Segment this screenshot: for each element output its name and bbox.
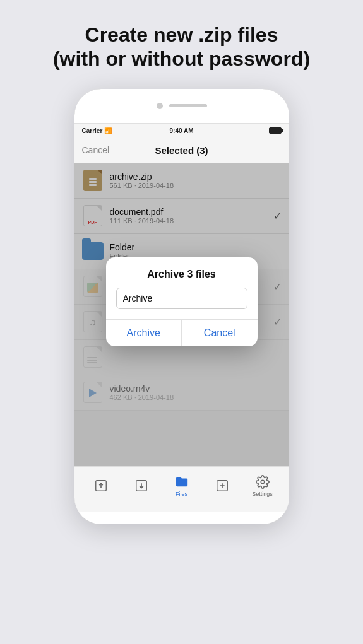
cancel-button[interactable]: Cancel (182, 320, 258, 346)
files-icon (174, 474, 189, 489)
phone-top-bezel (74, 89, 289, 123)
tab-upload[interactable] (81, 478, 121, 493)
add-icon (215, 478, 230, 493)
dialog-title: Archive 3 files (106, 257, 258, 288)
archive-name-input[interactable] (116, 288, 247, 309)
tab-bar: Files Settings (74, 466, 289, 512)
battery-icon (269, 127, 282, 134)
wifi-icon: 📶 (104, 127, 112, 134)
status-bar: Carrier 📶 9:40 AM (74, 123, 289, 138)
dialog-buttons: Archive Cancel (106, 319, 258, 346)
nav-bar: Cancel Selected (3) (74, 138, 289, 163)
status-time: 9:40 AM (170, 127, 194, 134)
settings-icon (255, 474, 270, 489)
tab-download[interactable] (121, 478, 162, 493)
phone-bottom-bezel (74, 512, 289, 524)
tab-add[interactable] (202, 478, 242, 493)
nav-cancel-button[interactable]: Cancel (82, 145, 110, 155)
dialog-input-wrap (106, 288, 258, 319)
phone-camera (157, 103, 163, 109)
headline: Create new .zip files (with or without p… (40, 23, 323, 71)
archive-button[interactable]: Archive (106, 320, 182, 346)
file-list: archive.zip 561 KB · 2019-04-18 PDF docu… (74, 163, 289, 466)
tab-files[interactable]: Files (162, 474, 202, 497)
phone-speaker (169, 104, 207, 107)
files-label: Files (176, 491, 187, 497)
download-icon (134, 478, 149, 493)
settings-label: Settings (252, 491, 273, 497)
svg-point-3 (261, 481, 265, 484)
upload-icon (93, 478, 109, 493)
archive-dialog: Archive 3 files Archive Cancel (106, 257, 258, 346)
carrier-label: Carrier 📶 (82, 127, 112, 134)
tab-settings[interactable]: Settings (242, 474, 283, 497)
nav-title: Selected (3) (155, 145, 208, 156)
phone-shell: Carrier 📶 9:40 AM Cancel Selected (3) ar… (74, 89, 289, 524)
dialog-overlay: Archive 3 files Archive Cancel (74, 163, 289, 466)
